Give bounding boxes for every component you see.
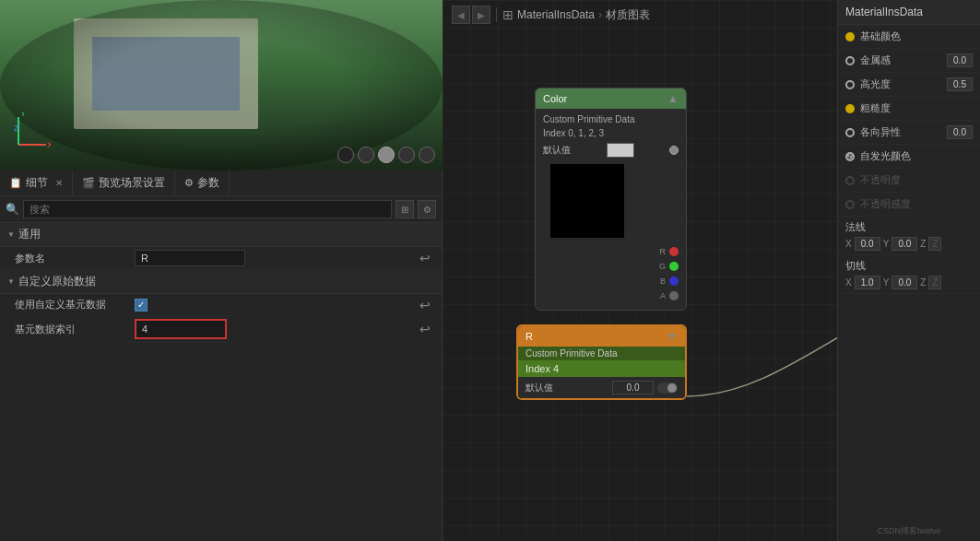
color-default-label: 默认值 xyxy=(543,144,571,157)
tab-preview[interactable]: 🎬 预览场景设置 xyxy=(73,171,175,195)
color-node-content: Custom Primitive Data Index 0, 1, 2, 3 默… xyxy=(536,109,686,310)
viewport-btn-2[interactable] xyxy=(358,147,374,163)
mat-dot-anisotropy xyxy=(845,128,855,137)
props-panel: ▼ 通用 参数名 ↩ ▼ 自定义原始数据 使用自定义基元数据 xyxy=(0,223,442,541)
r-node-subtitle: Custom Primitive Data xyxy=(525,348,678,359)
viewport-btn-5[interactable] xyxy=(419,147,435,163)
r-node-expand[interactable]: ▼ xyxy=(667,330,678,343)
use-custom-checkbox[interactable]: ✓ xyxy=(135,299,148,312)
viewport-btn-4[interactable] xyxy=(398,147,415,163)
cut-x-value: 1.0 xyxy=(855,276,880,289)
breadcrumb-divider xyxy=(496,7,497,22)
prop-row-param-name: 参数名 ↩ xyxy=(0,247,442,270)
mat-dot-opacity xyxy=(845,176,855,185)
param-name-reset[interactable]: ↩ xyxy=(416,251,434,265)
nav-back-btn[interactable]: ◀ xyxy=(452,6,470,24)
axis-indicator: X Y Z xyxy=(14,112,51,149)
search-input[interactable] xyxy=(23,200,392,218)
cut-z-value: Z xyxy=(928,276,941,289)
prop-label-param-name: 参数名 xyxy=(15,252,135,265)
mat-item-anisotropy[interactable]: 各向异性 0.0 xyxy=(838,121,980,145)
mat-item-metallic[interactable]: 金属感 0.0 xyxy=(838,49,980,73)
cut-y-label: Y xyxy=(883,277,890,288)
tab-bar: 📋 细节 ✕ 🎬 预览场景设置 ⚙ 参数 xyxy=(0,171,442,196)
mat-label-base-color: 基础颜色 xyxy=(860,29,973,43)
param-name-input[interactable] xyxy=(135,250,245,266)
tab-close-details[interactable]: ✕ xyxy=(55,178,63,188)
watermark: CSDN博客twelve xyxy=(838,525,980,537)
output-r-label: R xyxy=(660,247,667,256)
mat-dot-specular xyxy=(845,80,855,89)
mat-item-base-color[interactable]: 基础颜色 xyxy=(838,25,980,49)
mat-label-metallic: 金属感 xyxy=(860,53,941,67)
prop-row-use-custom: 使用自定义基元数据 ✓ ↩ xyxy=(0,294,442,316)
viewport-btn-3[interactable] xyxy=(378,147,395,163)
primitive-index-reset[interactable]: ↩ xyxy=(416,322,434,336)
settings-btn[interactable]: ⚙ xyxy=(418,200,436,218)
mat-item-opacity-mask[interactable]: 不透明感度 xyxy=(838,193,980,217)
mat-dot-metallic xyxy=(845,56,855,65)
mat-item-specular[interactable]: 高光度 0.5 xyxy=(838,73,980,97)
mat-cut-label: 切线 xyxy=(845,259,973,273)
breadcrumb-current: 材质图表 xyxy=(606,7,650,23)
mat-value-specular: 0.5 xyxy=(947,77,973,91)
mat-label-anisotropy: 各向异性 xyxy=(860,125,941,139)
mat-item-roughness[interactable]: 粗糙度 xyxy=(838,97,980,121)
mat-normal-coords: X 0.0 Y 0.0 Z Z xyxy=(845,237,973,251)
normal-x-label: X xyxy=(845,239,852,249)
primitive-index-input[interactable] xyxy=(135,319,227,339)
color-node-expand[interactable]: ▲ xyxy=(667,92,679,105)
tab-params[interactable]: ⚙ 参数 xyxy=(175,171,230,195)
r-default-value[interactable] xyxy=(612,381,654,394)
viewport-controls xyxy=(337,147,435,163)
section-custom-primitive[interactable]: ▼ 自定义原始数据 xyxy=(0,270,442,294)
search-magnifier-icon: 🔍 xyxy=(6,203,19,216)
color-default-preview[interactable] xyxy=(607,143,634,158)
prop-label-use-custom: 使用自定义基元数据 xyxy=(15,298,135,312)
mat-value-anisotropy: 0.0 xyxy=(947,125,973,139)
tab-icon-params: ⚙ xyxy=(184,177,194,189)
tab-details[interactable]: 📋 细节 ✕ xyxy=(0,171,73,195)
output-b-dot[interactable] xyxy=(669,276,679,286)
output-a-dot[interactable] xyxy=(669,291,679,300)
use-custom-reset[interactable]: ↩ xyxy=(416,298,434,312)
mat-label-opacity-mask: 不透明感度 xyxy=(860,197,973,211)
main-layout: X Y Z 📋 细节 ✕ xyxy=(0,0,980,541)
output-g-dot[interactable] xyxy=(669,262,679,271)
svg-text:Z: Z xyxy=(14,123,19,133)
mat-panel-header: MaterialInsData xyxy=(838,0,980,25)
tab-label-params: 参数 xyxy=(197,175,219,191)
mat-item-emissive[interactable]: 自发光颜色 xyxy=(838,145,980,169)
home-icon: ⊞ xyxy=(502,7,514,22)
mat-dot-opacity-mask xyxy=(845,200,855,209)
mat-dot-base-color xyxy=(845,32,855,41)
mat-dot-roughness xyxy=(845,104,855,113)
output-g-label: G xyxy=(659,262,666,271)
color-node: Color ▲ Custom Primitive Data Index 0, 1… xyxy=(535,88,687,311)
output-a-label: A xyxy=(660,291,666,300)
color-node-header: Color ▲ xyxy=(536,88,686,109)
normal-y-label: Y xyxy=(883,239,890,249)
node-graph-area[interactable]: ◀ ▶ ⊞ MaterialInsData › 材质图表 Color ▲ Cus… xyxy=(443,0,980,541)
nav-forward-btn[interactable]: ▶ xyxy=(472,6,490,24)
r-toggle-knob xyxy=(667,383,677,393)
mat-item-opacity[interactable]: 不透明度 xyxy=(838,169,980,193)
output-r-dot[interactable] xyxy=(669,247,679,256)
mat-cut-coords: X 1.0 Y 0.0 Z Z xyxy=(845,276,973,289)
mat-panel: MaterialInsData 基础颜色 金属感 0.0 高光度 0.5 xyxy=(837,0,980,541)
r-node-header: R ▼ xyxy=(518,326,685,347)
r-node-default-row: 默认值 xyxy=(518,377,685,398)
grid-view-btn[interactable]: ⊞ xyxy=(396,200,414,218)
tab-label-details: 细节 xyxy=(26,175,48,191)
cut-y-value: 0.0 xyxy=(891,276,917,289)
breadcrumb: ⊞ MaterialInsData › 材质图表 xyxy=(502,7,650,23)
section-general[interactable]: ▼ 通用 xyxy=(0,223,442,247)
color-node-subtitle: Custom Primitive Data xyxy=(536,112,686,126)
svg-text:X: X xyxy=(47,140,51,149)
mat-dot-emissive xyxy=(845,152,855,161)
viewport-btn-1[interactable] xyxy=(337,147,354,163)
tab-icon-preview: 🎬 xyxy=(82,177,95,189)
color-default-dot[interactable] xyxy=(669,146,679,155)
r-toggle[interactable] xyxy=(657,382,678,394)
section-custom-triangle: ▼ xyxy=(7,277,15,286)
